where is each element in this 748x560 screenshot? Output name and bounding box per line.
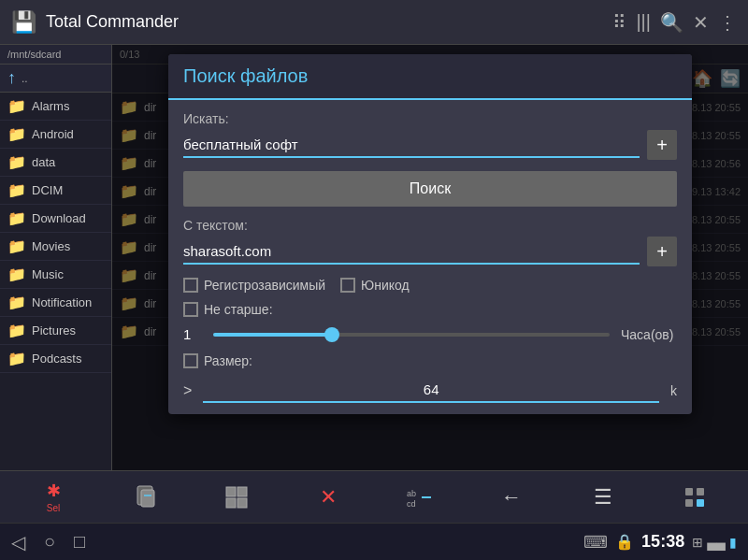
unicode-cb[interactable] [340, 278, 355, 293]
not-older-row: Не старше: [183, 302, 677, 317]
list-item[interactable]: 📁Podcasts [0, 345, 111, 373]
left-panel-path: /mnt/sdcard [0, 45, 111, 65]
size-input[interactable] [203, 378, 659, 403]
toolbar-menu-button[interactable]: ☰ [580, 485, 626, 510]
slider-row: 1 Часа(ов) [183, 326, 677, 342]
folder-name: Notification [32, 295, 92, 309]
toolbar-select-button[interactable]: ✱ Sel [30, 481, 77, 513]
unicode-checkbox[interactable]: Юникод [340, 278, 410, 293]
size-input-row: > k [183, 378, 677, 403]
folder-icon: 📁 [7, 153, 26, 171]
folder-name: Movies [32, 239, 70, 253]
slider-track[interactable] [213, 333, 610, 337]
svg-rect-10 [685, 488, 693, 495]
toolbar-back-button[interactable]: ← [488, 485, 535, 510]
search-plus-button[interactable]: + [647, 130, 677, 160]
clock-display: 15:38 [641, 532, 684, 552]
grid-icon[interactable]: ⠿ [612, 11, 626, 34]
battery-icon: ▮ [729, 535, 737, 550]
select-icon: ✱ [47, 481, 61, 501]
slider-unit: Часа(ов) [621, 327, 677, 342]
text-plus-button[interactable]: + [647, 237, 677, 266]
home-nav-button[interactable]: ○ [44, 531, 55, 553]
view-icon [223, 484, 250, 510]
folder-name: Pictures [32, 323, 76, 337]
delete-icon: ✕ [320, 485, 337, 510]
rename-icon: ab cd [405, 486, 435, 509]
recent-nav-button[interactable]: □ [74, 531, 85, 553]
case-sensitive-checkbox[interactable]: Регистрозависимый [183, 278, 325, 293]
top-bar: 💾 Total Commander ⠿ ||| 🔍 ✕ ⋮ [0, 0, 748, 45]
slider-thumb[interactable] [324, 327, 339, 342]
size-gt: > [183, 382, 192, 399]
toolbar-apps-button[interactable] [671, 484, 718, 510]
list-item[interactable]: 📁Download [0, 205, 111, 233]
slider-fill [213, 333, 332, 337]
toolbar-view-button[interactable] [213, 484, 260, 510]
search-icon[interactable]: 🔍 [660, 11, 683, 34]
list-item[interactable]: 📁Alarms [0, 93, 111, 121]
list-item[interactable]: 📁DCIM [0, 177, 111, 205]
close-icon[interactable]: ✕ [693, 11, 709, 34]
svg-rect-3 [226, 487, 236, 496]
folder-icon: 📁 [7, 237, 26, 255]
svg-rect-6 [237, 498, 247, 508]
parent-dir-label: .. [22, 72, 28, 85]
dialog-title: Поиск файлов [168, 54, 692, 100]
text-input-row: + [183, 237, 677, 266]
keyboard-icon[interactable]: ⌨ [583, 532, 608, 553]
status-right: ⌨ 🔒 15:38 ⊞ ▄▄ ▮ [583, 532, 737, 553]
folder-name: DCIM [32, 183, 63, 197]
more-icon[interactable]: ⋮ [718, 11, 737, 34]
svg-rect-4 [237, 487, 247, 496]
svg-text:cd: cd [407, 499, 416, 509]
dialog-overlay: Поиск файлов Искать: + Поиск С текстом: … [112, 45, 748, 470]
bottom-toolbar: ✱ Sel ✕ ab cd ← ☰ [0, 470, 748, 523]
toolbar-delete-button[interactable]: ✕ [305, 485, 352, 510]
list-item[interactable]: 📁Notification [0, 289, 111, 317]
list-item[interactable]: 📁Movies [0, 233, 111, 261]
not-older-cb[interactable] [183, 302, 198, 317]
folder-name: data [32, 155, 55, 169]
search-button[interactable]: Поиск [183, 171, 677, 207]
svg-rect-12 [685, 499, 693, 507]
up-arrow-icon[interactable]: ↑ [7, 68, 16, 88]
bars-icon[interactable]: ||| [636, 11, 651, 33]
folder-name: Podcasts [32, 352, 81, 366]
folder-icon: 📁 [7, 209, 26, 227]
case-sensitive-cb[interactable] [183, 278, 198, 293]
list-item[interactable]: 📁Music [0, 261, 111, 289]
search-input[interactable] [183, 133, 640, 158]
checkbox-row: Регистрозависимый Юникод [183, 278, 677, 293]
slider-value: 1 [183, 326, 202, 342]
unicode-label: Юникод [361, 278, 410, 293]
folder-name: Android [32, 127, 74, 141]
app-icon: 💾 [11, 10, 36, 35]
folder-icon: 📁 [7, 350, 26, 367]
text-search-input[interactable] [183, 239, 640, 265]
status-icons: ⊞ ▄▄ ▮ [692, 535, 737, 550]
nav-buttons: ◁ ○ □ [11, 531, 85, 553]
list-item[interactable]: 📁Android [0, 121, 111, 149]
folder-name: Download [32, 211, 86, 225]
menu-icon: ☰ [594, 485, 612, 510]
right-file-panel: 0/13 🏠 🔄 📁dir01.08.13 20:55 📁dir01.08.13… [112, 45, 748, 470]
size-row-label: Размер: [183, 353, 677, 368]
toolbar-rename-button[interactable]: ab cd [396, 486, 443, 509]
search-label: Искать: [183, 111, 677, 126]
size-checkbox[interactable]: Размер: [183, 353, 252, 368]
size-cb[interactable] [183, 353, 198, 368]
back-nav-button[interactable]: ◁ [11, 531, 25, 553]
folder-icon: 📁 [7, 181, 26, 199]
svg-rect-5 [226, 498, 236, 508]
folder-name: Alarms [32, 99, 69, 113]
list-item[interactable]: 📁data [0, 149, 111, 177]
list-item[interactable]: 📁Pictures [0, 317, 111, 345]
search-dialog: Поиск файлов Искать: + Поиск С текстом: … [168, 54, 692, 414]
back-icon: ← [501, 485, 522, 510]
main-area: /mnt/sdcard ↑ .. 📁Alarms 📁Android 📁data … [0, 45, 748, 470]
svg-rect-13 [697, 499, 704, 507]
toolbar-copy-button[interactable] [122, 484, 168, 510]
svg-rect-1 [141, 490, 154, 507]
not-older-checkbox[interactable]: Не старше: [183, 302, 273, 317]
